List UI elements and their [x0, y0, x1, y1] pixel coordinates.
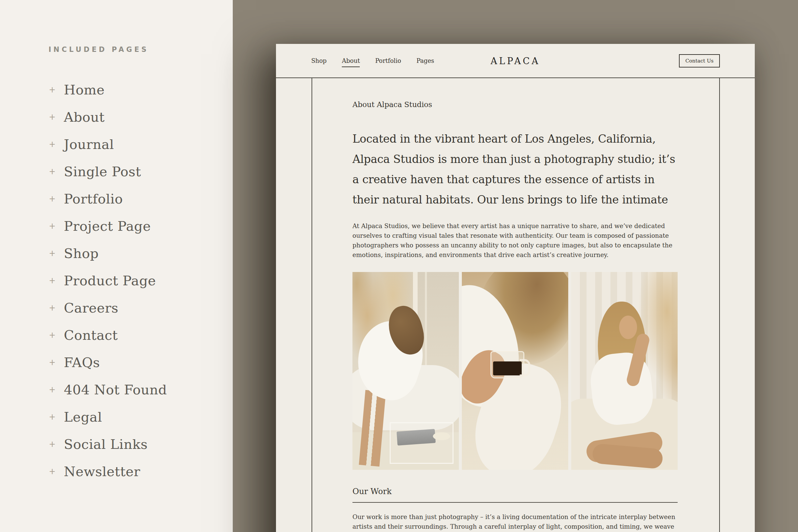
site-nav: ShopAboutPortfolioPages	[311, 44, 434, 77]
sidebar-item-label: 404 Not Found	[64, 382, 167, 397]
sidebar-item-label: Careers	[64, 300, 118, 316]
website-preview-card: ShopAboutPortfolioPages ALPACA Contact U…	[276, 44, 755, 532]
section-divider	[353, 502, 678, 503]
included-pages-panel: INCLUDED PAGES +Home+About+Journal+Singl…	[0, 0, 233, 532]
sidebar-item-shop[interactable]: +Shop	[49, 240, 167, 267]
plus-icon: +	[49, 167, 56, 176]
plus-icon: +	[49, 85, 56, 94]
plus-icon: +	[49, 140, 56, 149]
sidebar-item-newsletter[interactable]: +Newsletter	[49, 458, 167, 485]
sidebar-item-label: Journal	[64, 137, 114, 152]
sidebar-item-label: Project Page	[64, 218, 151, 234]
our-work-heading: Our Work	[353, 487, 392, 496]
sidebar-item-label: FAQs	[64, 355, 100, 370]
sidebar-item-404-not-found[interactable]: +404 Not Found	[49, 376, 167, 403]
sidebar-item-faqs[interactable]: +FAQs	[49, 349, 167, 376]
laptop-shape	[397, 429, 436, 445]
nav-link-portfolio[interactable]: Portfolio	[375, 57, 401, 64]
sidebar-item-label: Social Links	[64, 437, 148, 452]
sidebar-item-single-post[interactable]: +Single Post	[49, 158, 167, 185]
sidebar-item-legal[interactable]: +Legal	[49, 403, 167, 431]
plus-icon: +	[49, 194, 56, 204]
sidebar-item-contact[interactable]: +Contact	[49, 322, 167, 349]
sidebar-item-label: Home	[64, 82, 105, 97]
plus-icon: +	[49, 330, 56, 340]
sidebar-item-product-page[interactable]: +Product Page	[49, 267, 167, 294]
plus-icon: +	[49, 412, 56, 422]
plus-icon: +	[49, 222, 56, 231]
photo-coffee-closeup	[462, 272, 568, 470]
plus-icon: +	[49, 385, 56, 394]
sidebar-item-home[interactable]: +Home	[49, 76, 167, 103]
coffee-mug-shape	[491, 351, 524, 378]
page-kicker: About Alpaca Studios	[353, 100, 432, 109]
plus-icon: +	[49, 276, 56, 285]
right-vertical-rule	[719, 78, 720, 532]
nav-link-shop[interactable]: Shop	[311, 57, 326, 64]
site-logo: ALPACA	[491, 56, 540, 66]
sidebar-item-label: Single Post	[64, 164, 141, 179]
plus-icon: +	[49, 440, 56, 449]
plus-icon: +	[49, 249, 56, 258]
photo-row	[353, 272, 678, 470]
sidebar-item-label: Product Page	[64, 273, 156, 288]
sidebar-item-careers[interactable]: +Careers	[49, 294, 167, 322]
plus-icon: +	[49, 358, 56, 367]
included-pages-list: +Home+About+Journal+Single Post+Portfoli…	[49, 76, 167, 485]
sidebar-item-label: Portfolio	[64, 191, 123, 207]
plus-icon: +	[49, 467, 56, 476]
site-header: ShopAboutPortfolioPages ALPACA Contact U…	[276, 44, 755, 78]
intro-paragraph: At Alpaca Studios, we believe that every…	[353, 221, 678, 260]
included-pages-title: INCLUDED PAGES	[49, 45, 149, 54]
app-canvas: INCLUDED PAGES +Home+About+Journal+Singl…	[0, 0, 798, 532]
contact-us-button[interactable]: Contact Us	[679, 54, 720, 68]
plus-icon: +	[49, 303, 56, 312]
plate-shape	[433, 432, 450, 440]
our-work-paragraph: Our work is more than just photography –…	[353, 512, 678, 532]
sidebar-item-label: Legal	[64, 409, 102, 424]
window-frame-shape	[425, 272, 427, 371]
nav-link-about[interactable]: About	[342, 57, 360, 64]
nav-link-pages[interactable]: Pages	[416, 57, 434, 64]
sidebar-item-about[interactable]: +About	[49, 103, 167, 131]
coffee-shape	[493, 361, 522, 375]
sidebar-item-label: Contact	[64, 327, 118, 343]
photo-woman-arranging-sofa	[353, 272, 459, 470]
sidebar-item-label: Newsletter	[64, 464, 140, 479]
plus-icon: +	[49, 112, 56, 122]
sidebar-item-social-links[interactable]: +Social Links	[49, 431, 167, 458]
photo-woman-seated	[571, 272, 678, 470]
sidebar-item-label: About	[64, 109, 105, 125]
mug-handle-shape	[520, 359, 530, 376]
hero-heading: Located in the vibrant heart of Los Ange…	[353, 129, 678, 210]
sidebar-item-journal[interactable]: +Journal	[49, 131, 167, 158]
left-vertical-rule	[311, 78, 312, 532]
sidebar-item-portfolio[interactable]: +Portfolio	[49, 185, 167, 212]
sidebar-item-label: Shop	[64, 246, 99, 261]
sidebar-item-project-page[interactable]: +Project Page	[49, 212, 167, 240]
